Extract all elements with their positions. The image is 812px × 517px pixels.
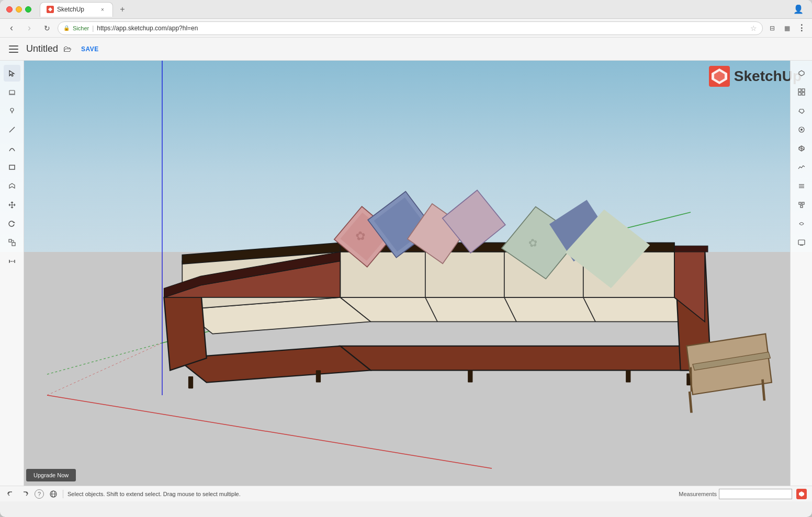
tape-tool-button[interactable] — [4, 253, 20, 270]
status-bar: ? Select objects. Shift to extend select… — [0, 486, 812, 501]
app-title: Untitled — [26, 43, 58, 54]
hamburger-line — [9, 49, 18, 50]
tab-favicon — [47, 6, 54, 13]
svg-rect-67 — [798, 93, 801, 95]
hamburger-line — [9, 45, 18, 47]
sketchup-logo: SketchUp — [709, 66, 802, 87]
svg-marker-0 — [48, 7, 52, 12]
eraser-tool-button[interactable] — [4, 84, 20, 100]
refresh-button[interactable]: ↻ — [40, 21, 54, 36]
help-icon[interactable]: ? — [35, 489, 44, 499]
hamburger-menu-button[interactable] — [6, 42, 21, 56]
svg-rect-81 — [798, 240, 805, 245]
arc-tool-button[interactable] — [4, 140, 20, 157]
save-button[interactable]: SAVE — [77, 43, 103, 55]
hamburger-line — [9, 52, 18, 53]
screenshot-icon[interactable]: ▦ — [781, 22, 793, 35]
scenes-button[interactable] — [793, 234, 810, 251]
globe-icon[interactable] — [48, 489, 59, 499]
svg-rect-57 — [9, 239, 12, 242]
address-url: https://app.sketchup.com/app?hl=en — [97, 25, 198, 32]
tab-title: SketchUp — [57, 6, 84, 13]
tab-close-button[interactable]: × — [99, 6, 106, 13]
sky-background — [0, 61, 812, 252]
status-message: Select objects. Shift to extend select. … — [67, 491, 674, 497]
browser-toolbar: ‹ › ↻ 🔒 Sicher | https://app.sketchup.co… — [0, 19, 812, 38]
sandbox-button[interactable] — [793, 159, 810, 176]
right-toolbar — [790, 61, 812, 486]
rectangle-tool-button[interactable] — [4, 159, 20, 176]
folder-icon[interactable]: 🗁 — [63, 44, 72, 54]
minimize-window-button[interactable] — [16, 6, 22, 13]
paint-tool-button[interactable] — [4, 102, 20, 119]
perspective-view-button[interactable] — [793, 65, 810, 82]
rotate-tool-button[interactable] — [4, 215, 20, 232]
push-pull-tool-button[interactable] — [4, 178, 20, 194]
svg-point-52 — [10, 108, 14, 111]
address-separator: | — [92, 25, 94, 32]
forward-button[interactable]: › — [22, 21, 37, 36]
status-divider — [63, 490, 63, 498]
security-lock-icon: 🔒 — [63, 25, 70, 31]
sketchup-logo-icon — [709, 66, 730, 87]
browser-toolbar-actions: ⊟ ▦ ⋮ — [766, 22, 808, 35]
measurements-input[interactable] — [719, 489, 792, 499]
browser-titlebar: SketchUp × + 👤 — [0, 0, 812, 19]
svg-rect-78 — [799, 202, 801, 204]
svg-rect-50 — [9, 90, 15, 94]
sections-button[interactable] — [793, 102, 810, 119]
ground-background — [0, 252, 812, 486]
svg-marker-69 — [799, 109, 804, 113]
components-button[interactable] — [793, 197, 810, 213]
maximize-window-button[interactable] — [25, 6, 31, 13]
standard-views-button[interactable] — [793, 84, 810, 100]
sketchup-app: Untitled 🗁 SAVE — [0, 38, 812, 501]
viewport[interactable]: SketchUp — [0, 61, 812, 486]
address-bar[interactable]: 🔒 Sicher | https://app.sketchup.com/app?… — [58, 21, 763, 35]
back-button[interactable]: ‹ — [4, 21, 19, 36]
svg-rect-79 — [802, 202, 804, 204]
svg-rect-58 — [12, 243, 15, 246]
svg-marker-55 — [9, 183, 15, 188]
svg-point-71 — [800, 129, 803, 131]
select-tool-button[interactable] — [4, 65, 20, 82]
upgrade-now-button[interactable]: Upgrade Now — [26, 469, 76, 481]
styles-button[interactable] — [793, 215, 810, 232]
browser-tab[interactable]: SketchUp × — [40, 2, 113, 17]
account-button[interactable]: 👤 — [791, 2, 806, 17]
svg-marker-86 — [799, 491, 804, 497]
bookmark-icon[interactable]: ☆ — [750, 24, 757, 32]
line-tool-button[interactable] — [4, 121, 20, 138]
svg-line-53 — [9, 127, 15, 132]
svg-rect-65 — [798, 89, 801, 91]
groups-button[interactable] — [793, 121, 810, 138]
traffic-lights — [6, 6, 31, 13]
layers-button[interactable] — [793, 178, 810, 194]
app-toolbar: Untitled 🗁 SAVE — [0, 38, 812, 61]
measurements-label: Measurements — [679, 491, 717, 497]
svg-rect-66 — [802, 89, 805, 91]
solid-tools-button[interactable] — [793, 140, 810, 157]
undo-icon[interactable] — [5, 489, 16, 499]
cast-icon[interactable]: ⊟ — [766, 22, 779, 35]
browser-menu-icon[interactable]: ⋮ — [795, 22, 808, 35]
svg-rect-68 — [802, 93, 805, 95]
tab-bar: SketchUp × + — [40, 0, 787, 18]
measurements-area: Measurements — [679, 489, 792, 499]
redo-icon[interactable] — [20, 489, 30, 499]
svg-marker-64 — [799, 71, 804, 76]
security-text: Sicher — [73, 25, 89, 31]
scale-tool-button[interactable] — [4, 234, 20, 251]
svg-rect-80 — [800, 205, 803, 208]
browser-window: SketchUp × + 👤 ‹ › ↻ 🔒 Sicher | https://… — [0, 0, 812, 517]
close-window-button[interactable] — [6, 6, 13, 13]
svg-rect-54 — [9, 165, 15, 169]
new-tab-button[interactable]: + — [115, 2, 130, 17]
sketchup-status-logo — [796, 489, 807, 499]
move-tool-button[interactable] — [4, 197, 20, 213]
left-toolbar — [0, 61, 24, 486]
